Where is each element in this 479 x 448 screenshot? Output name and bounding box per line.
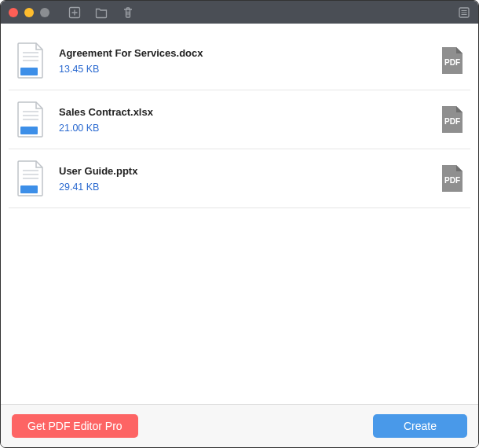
footer: Get PDF Editor Pro Create <box>1 404 478 447</box>
file-row[interactable]: Sales Contract.xlsx 21.00 KB PDF <box>9 90 470 149</box>
svg-text:PDF: PDF <box>444 176 460 185</box>
file-row[interactable]: Agreement For Services.docx 13.45 KB PDF <box>9 31 470 90</box>
file-name: Sales Contract.xlsx <box>59 106 428 118</box>
svg-rect-22 <box>20 185 38 193</box>
document-icon <box>15 42 46 79</box>
document-icon <box>15 101 46 138</box>
traffic-lights <box>9 8 49 17</box>
zoom-window-button[interactable] <box>40 8 49 17</box>
file-row[interactable]: User Guide.pptx 29.41 KB PDF <box>9 149 470 208</box>
file-name: User Guide.pptx <box>59 165 428 177</box>
svg-rect-17 <box>20 127 38 134</box>
svg-rect-12 <box>20 68 38 75</box>
add-file-icon[interactable] <box>68 6 81 19</box>
pdf-output-icon: PDF <box>441 105 464 134</box>
create-button[interactable]: Create <box>373 414 467 438</box>
close-window-button[interactable] <box>9 8 18 17</box>
trash-icon[interactable] <box>122 6 134 19</box>
file-name: Agreement For Services.docx <box>59 47 428 59</box>
svg-text:PDF: PDF <box>444 117 460 126</box>
pdf-output-icon: PDF <box>441 164 464 193</box>
document-icon <box>15 160 46 196</box>
list-view-icon[interactable] <box>458 6 470 19</box>
app-window: Agreement For Services.docx 13.45 KB PDF <box>0 0 479 448</box>
titlebar <box>1 1 478 24</box>
file-meta: User Guide.pptx 29.41 KB <box>59 165 428 193</box>
open-folder-icon[interactable] <box>95 6 108 19</box>
file-list: Agreement For Services.docx 13.45 KB PDF <box>1 24 478 404</box>
file-size: 21.00 KB <box>59 123 428 134</box>
file-meta: Sales Contract.xlsx 21.00 KB <box>59 106 428 134</box>
svg-text:PDF: PDF <box>444 58 460 67</box>
get-pro-button[interactable]: Get PDF Editor Pro <box>12 414 138 438</box>
toolbar-icons <box>68 6 134 19</box>
file-meta: Agreement For Services.docx 13.45 KB <box>59 47 428 75</box>
minimize-window-button[interactable] <box>24 8 34 17</box>
file-size: 29.41 KB <box>59 182 428 193</box>
pdf-output-icon: PDF <box>441 46 464 75</box>
file-size: 13.45 KB <box>59 64 428 75</box>
